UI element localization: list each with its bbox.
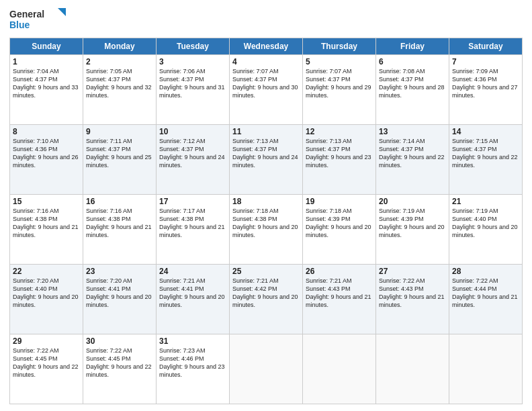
day-number: 12 (306, 127, 373, 136)
day-cell: 10Sunrise: 7:12 AMSunset: 4:37 PMDayligh… (157, 125, 230, 195)
week-row-1: 1Sunrise: 7:04 AMSunset: 4:37 PMDaylight… (10, 55, 523, 125)
day-cell: 22Sunrise: 7:20 AMSunset: 4:40 PMDayligh… (10, 265, 83, 334)
day-info: Sunrise: 7:22 AMSunset: 4:43 PMDaylight:… (379, 277, 445, 308)
day-number: 7 (452, 57, 519, 66)
day-number: 3 (159, 57, 226, 66)
day-info: Sunrise: 7:19 AMSunset: 4:40 PMDaylight:… (452, 208, 518, 238)
week-row-3: 15Sunrise: 7:16 AMSunset: 4:38 PMDayligh… (10, 195, 523, 265)
day-info: Sunrise: 7:06 AMSunset: 4:37 PMDaylight:… (159, 68, 225, 99)
day-cell: 11Sunrise: 7:13 AMSunset: 4:37 PMDayligh… (230, 125, 303, 195)
week-row-2: 8Sunrise: 7:10 AMSunset: 4:36 PMDaylight… (10, 125, 523, 195)
day-info: Sunrise: 7:07 AMSunset: 4:37 PMDaylight:… (232, 68, 298, 99)
day-info: Sunrise: 7:17 AMSunset: 4:38 PMDaylight:… (159, 208, 225, 238)
day-cell: 28Sunrise: 7:22 AMSunset: 4:44 PMDayligh… (449, 265, 523, 334)
day-cell: 12Sunrise: 7:13 AMSunset: 4:37 PMDayligh… (303, 125, 376, 195)
day-cell: 2Sunrise: 7:05 AMSunset: 4:37 PMDaylight… (83, 55, 157, 125)
header: General Blue (9, 7, 523, 32)
day-cell: 18Sunrise: 7:18 AMSunset: 4:38 PMDayligh… (230, 195, 303, 265)
svg-text:General: General (9, 9, 44, 19)
logo: General Blue (9, 7, 70, 32)
day-info: Sunrise: 7:18 AMSunset: 4:39 PMDaylight:… (306, 208, 371, 238)
col-header-sunday: Sunday (10, 38, 83, 55)
day-number: 9 (86, 127, 153, 136)
day-number: 1 (13, 57, 80, 66)
day-cell: 29Sunrise: 7:22 AMSunset: 4:45 PMDayligh… (10, 334, 83, 404)
day-cell: 9Sunrise: 7:11 AMSunset: 4:37 PMDaylight… (83, 125, 157, 195)
day-cell: 26Sunrise: 7:21 AMSunset: 4:43 PMDayligh… (303, 265, 376, 334)
day-number: 25 (232, 267, 300, 276)
day-number: 22 (13, 267, 80, 276)
day-cell: 14Sunrise: 7:15 AMSunset: 4:37 PMDayligh… (449, 125, 523, 195)
day-info: Sunrise: 7:21 AMSunset: 4:41 PMDaylight:… (159, 277, 225, 308)
day-number: 21 (452, 197, 519, 206)
col-header-wednesday: Wednesday (230, 38, 303, 55)
page: General Blue SundayMondayTuesdayWednesda… (0, 0, 532, 411)
day-cell: 27Sunrise: 7:22 AMSunset: 4:43 PMDayligh… (376, 265, 449, 334)
day-number: 6 (379, 57, 446, 66)
day-number: 8 (13, 127, 80, 136)
day-number: 26 (306, 267, 373, 276)
day-cell: 4Sunrise: 7:07 AMSunset: 4:37 PMDaylight… (230, 55, 303, 125)
day-info: Sunrise: 7:13 AMSunset: 4:37 PMDaylight:… (232, 138, 298, 169)
day-info: Sunrise: 7:09 AMSunset: 4:36 PMDaylight:… (452, 68, 518, 99)
day-cell: 1Sunrise: 7:04 AMSunset: 4:37 PMDaylight… (10, 55, 83, 125)
day-info: Sunrise: 7:22 AMSunset: 4:45 PMDaylight:… (13, 347, 79, 378)
col-header-saturday: Saturday (449, 38, 523, 55)
week-row-4: 22Sunrise: 7:20 AMSunset: 4:40 PMDayligh… (10, 265, 523, 334)
day-info: Sunrise: 7:10 AMSunset: 4:36 PMDaylight:… (13, 138, 79, 169)
day-cell: 8Sunrise: 7:10 AMSunset: 4:36 PMDaylight… (10, 125, 83, 195)
day-info: Sunrise: 7:21 AMSunset: 4:43 PMDaylight:… (306, 277, 371, 308)
day-number: 18 (232, 197, 300, 206)
day-number: 28 (452, 267, 519, 276)
day-info: Sunrise: 7:16 AMSunset: 4:38 PMDaylight:… (13, 208, 79, 238)
svg-marker-2 (58, 8, 66, 16)
col-header-thursday: Thursday (303, 38, 376, 55)
day-info: Sunrise: 7:19 AMSunset: 4:39 PMDaylight:… (379, 208, 445, 238)
day-number: 11 (232, 127, 300, 136)
day-cell: 20Sunrise: 7:19 AMSunset: 4:39 PMDayligh… (376, 195, 449, 265)
svg-text:Blue: Blue (9, 19, 30, 30)
day-number: 13 (379, 127, 446, 136)
day-number: 4 (232, 57, 300, 66)
day-cell: 31Sunrise: 7:23 AMSunset: 4:46 PMDayligh… (157, 334, 230, 404)
day-number: 29 (13, 336, 80, 346)
day-info: Sunrise: 7:21 AMSunset: 4:42 PMDaylight:… (232, 277, 298, 308)
day-info: Sunrise: 7:08 AMSunset: 4:37 PMDaylight:… (379, 68, 445, 99)
day-number: 24 (159, 267, 226, 276)
header-row: SundayMondayTuesdayWednesdayThursdayFrid… (10, 38, 523, 55)
day-cell: 5Sunrise: 7:07 AMSunset: 4:37 PMDaylight… (303, 55, 376, 125)
day-cell: 16Sunrise: 7:16 AMSunset: 4:38 PMDayligh… (83, 195, 157, 265)
day-cell: 19Sunrise: 7:18 AMSunset: 4:39 PMDayligh… (303, 195, 376, 265)
day-info: Sunrise: 7:07 AMSunset: 4:37 PMDaylight:… (306, 68, 371, 99)
day-info: Sunrise: 7:12 AMSunset: 4:37 PMDaylight:… (159, 138, 225, 169)
day-number: 10 (159, 127, 226, 136)
day-cell: 7Sunrise: 7:09 AMSunset: 4:36 PMDaylight… (449, 55, 523, 125)
day-info: Sunrise: 7:23 AMSunset: 4:46 PMDaylight:… (159, 347, 225, 378)
day-cell (303, 334, 376, 404)
day-cell (376, 334, 449, 404)
day-info: Sunrise: 7:16 AMSunset: 4:38 PMDaylight:… (86, 208, 152, 238)
day-cell (449, 334, 523, 404)
day-info: Sunrise: 7:22 AMSunset: 4:44 PMDaylight:… (452, 277, 518, 308)
day-info: Sunrise: 7:04 AMSunset: 4:37 PMDaylight:… (13, 68, 79, 99)
day-info: Sunrise: 7:15 AMSunset: 4:37 PMDaylight:… (452, 138, 518, 169)
day-info: Sunrise: 7:22 AMSunset: 4:45 PMDaylight:… (86, 347, 152, 378)
day-number: 17 (159, 197, 226, 206)
day-number: 5 (306, 57, 373, 66)
day-cell: 17Sunrise: 7:17 AMSunset: 4:38 PMDayligh… (157, 195, 230, 265)
day-number: 27 (379, 267, 446, 276)
day-number: 19 (306, 197, 373, 206)
day-cell: 3Sunrise: 7:06 AMSunset: 4:37 PMDaylight… (157, 55, 230, 125)
day-info: Sunrise: 7:20 AMSunset: 4:40 PMDaylight:… (13, 277, 79, 308)
day-number: 23 (86, 267, 153, 276)
week-row-5: 29Sunrise: 7:22 AMSunset: 4:45 PMDayligh… (10, 334, 523, 404)
day-number: 30 (86, 336, 153, 346)
day-cell (230, 334, 303, 404)
day-info: Sunrise: 7:11 AMSunset: 4:37 PMDaylight:… (86, 138, 152, 169)
day-info: Sunrise: 7:13 AMSunset: 4:37 PMDaylight:… (306, 138, 371, 169)
day-info: Sunrise: 7:18 AMSunset: 4:38 PMDaylight:… (232, 208, 298, 238)
day-number: 20 (379, 197, 446, 206)
day-cell: 23Sunrise: 7:20 AMSunset: 4:41 PMDayligh… (83, 265, 157, 334)
logo-svg: General Blue (9, 7, 70, 32)
day-cell: 21Sunrise: 7:19 AMSunset: 4:40 PMDayligh… (449, 195, 523, 265)
